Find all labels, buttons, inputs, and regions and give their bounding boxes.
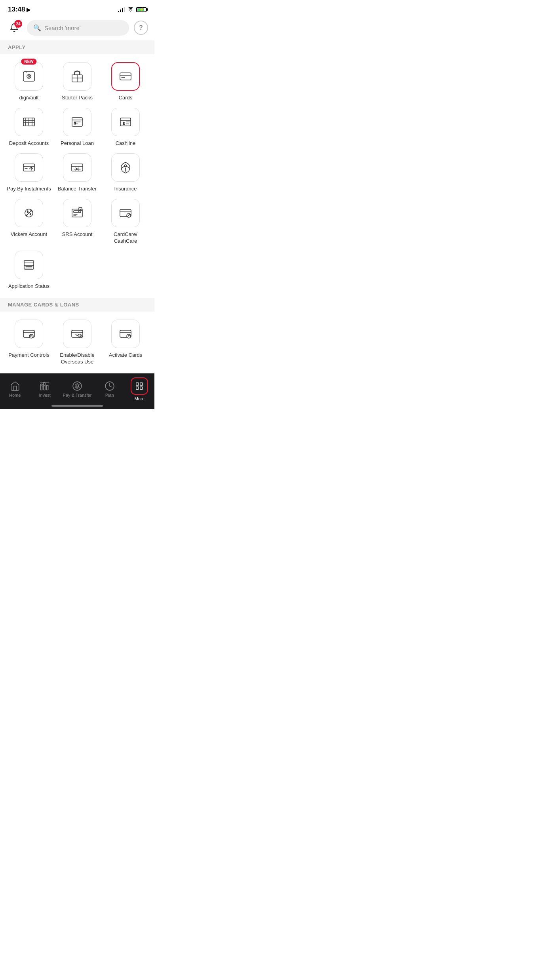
grid-item-vickersAccount[interactable]: $ ¥ Vickers Account: [6, 199, 51, 245]
insurance-icon-box: [111, 153, 140, 182]
personalLoan-label: Personal Loan: [61, 140, 94, 147]
grid-item-activateCards[interactable]: Activate Cards: [103, 320, 148, 365]
activateCards-icon-box: [111, 320, 140, 348]
search-placeholder: Search 'more': [44, 25, 81, 31]
location-arrow-icon: ▶: [27, 7, 30, 13]
svg-rect-81: [136, 383, 139, 385]
grid-item-depositAccounts[interactable]: $ $ Deposit Accounts: [6, 108, 51, 147]
svg-point-36: [124, 165, 127, 167]
insurance-label: Insurance: [114, 186, 137, 192]
cards-label: Cards: [119, 95, 133, 101]
digiVault-label: digiVault: [19, 95, 39, 101]
nav-plan-label: Plan: [105, 393, 114, 398]
nav-pay-transfer-label: Pay & Transfer: [63, 393, 92, 398]
manage-grid: Payment Controls Enable/Disable Overseas…: [0, 312, 154, 373]
grid-item-cards[interactable]: Cards: [103, 62, 148, 101]
grid-item-enableDisableOverseas[interactable]: Enable/Disable Overseas Use: [55, 320, 100, 365]
svg-rect-8: [120, 73, 131, 80]
svg-rect-84: [140, 387, 143, 389]
svg-text:$: $: [123, 122, 125, 126]
nav-invest-label: Invest: [39, 393, 50, 398]
help-button[interactable]: ?: [134, 21, 148, 35]
wifi-icon: [127, 6, 134, 13]
svg-point-1: [27, 74, 31, 78]
apply-grid: NEW digiVault Sta: [0, 54, 154, 298]
svg-text:$: $: [28, 123, 29, 125]
new-badge: NEW: [21, 59, 36, 65]
grid-item-cashline[interactable]: $ Cashline: [103, 108, 148, 147]
nav-more-label: More: [135, 396, 145, 401]
balanceTransfer-icon-box: [63, 153, 91, 182]
svg-point-2: [28, 76, 30, 77]
balanceTransfer-label: Balance Transfer: [58, 186, 97, 192]
svg-rect-83: [136, 387, 139, 389]
cardCareCashCare-icon-box: [111, 199, 140, 227]
grid-item-paymentControls[interactable]: Payment Controls: [6, 320, 51, 365]
paymentControls-icon-box: [15, 320, 43, 348]
bottom-nav-container: Home Invest Pay & Transfer: [0, 373, 154, 409]
paymentControls-label: Payment Controls: [8, 352, 49, 359]
applicationStatus-icon-box: [15, 251, 43, 279]
grid-item-payByInstalments[interactable]: Pay By Instalments: [6, 153, 51, 192]
starterPacks-icon-box: [63, 62, 91, 91]
grid-item-srsAccount[interactable]: SRS Account: [55, 199, 100, 245]
signal-icon: [118, 7, 125, 12]
nav-invest[interactable]: Invest: [33, 381, 57, 398]
home-indicator: [51, 405, 103, 407]
manage-section-header: MANAGE CARDS & LOANS: [0, 298, 154, 312]
depositAccounts-label: Deposit Accounts: [9, 140, 49, 147]
enableDisableOverseas-icon-box: [63, 320, 91, 348]
cashline-label: Cashline: [116, 140, 136, 147]
vickersAccount-icon-box: $ ¥: [15, 199, 43, 227]
grid-item-cardCareCashCare[interactable]: CardCare/ CashCare: [103, 199, 148, 245]
applicationStatus-label: Application Status: [8, 283, 49, 290]
grid-item-personalLoan[interactable]: $ Personal Loan: [55, 108, 100, 147]
notification-button[interactable]: 24: [6, 20, 22, 36]
svg-point-42: [26, 215, 27, 216]
status-bar: 13:48 ▶ ⚡: [0, 0, 154, 17]
header: 24 🔍 Search 'more' ?: [0, 17, 154, 40]
payByInstalments-label: Pay By Instalments: [7, 186, 51, 192]
nav-more-icon-box: [131, 377, 148, 395]
digiVault-icon-box: NEW: [15, 62, 43, 91]
svg-point-68: [80, 336, 81, 337]
svg-point-43: [30, 210, 32, 211]
enableDisableOverseas-label: Enable/Disable Overseas Use: [60, 352, 94, 365]
status-time: 13:48 ▶: [8, 6, 30, 13]
nav-home[interactable]: Home: [3, 381, 27, 398]
cashline-icon-box: $: [111, 108, 140, 136]
starterPacks-label: Starter Packs: [62, 95, 93, 101]
srsAccount-icon-box: [63, 199, 91, 227]
search-bar[interactable]: 🔍 Search 'more': [27, 20, 129, 36]
grid-item-insurance[interactable]: Insurance: [103, 153, 148, 192]
srsAccount-label: SRS Account: [62, 231, 93, 238]
nav-pay-transfer[interactable]: Pay & Transfer: [63, 381, 92, 398]
grid-item-starterPacks[interactable]: Starter Packs: [55, 62, 100, 101]
nav-home-label: Home: [9, 393, 21, 398]
apply-section-header: APPLY: [0, 40, 154, 54]
search-icon: 🔍: [33, 24, 41, 32]
activateCards-label: Activate Cards: [109, 352, 143, 359]
svg-rect-29: [23, 164, 34, 171]
status-icons: ⚡: [118, 6, 146, 13]
vickersAccount-label: Vickers Account: [11, 231, 47, 238]
nav-plan[interactable]: Plan: [98, 381, 122, 398]
grid-item-applicationStatus[interactable]: Application Status: [6, 251, 51, 290]
payByInstalments-icon-box: [15, 153, 43, 182]
svg-rect-33: [72, 164, 83, 171]
battery-icon: ⚡: [136, 7, 146, 12]
svg-text:$: $: [27, 210, 29, 213]
grid-item-digiVault[interactable]: NEW digiVault: [6, 62, 51, 101]
nav-more[interactable]: More: [127, 377, 151, 401]
svg-rect-82: [140, 383, 143, 385]
cardCareCashCare-label: CardCare/ CashCare: [114, 231, 137, 245]
bottom-nav: Home Invest Pay & Transfer: [0, 373, 154, 409]
svg-text:$: $: [25, 123, 26, 125]
grid-item-balanceTransfer[interactable]: Balance Transfer: [55, 153, 100, 192]
depositAccounts-icon-box: $ $: [15, 108, 43, 136]
svg-rect-0: [23, 72, 34, 81]
svg-rect-58: [26, 267, 32, 269]
svg-rect-76: [46, 385, 48, 390]
svg-text:¥: ¥: [30, 213, 31, 215]
cards-icon-box: [111, 62, 140, 91]
